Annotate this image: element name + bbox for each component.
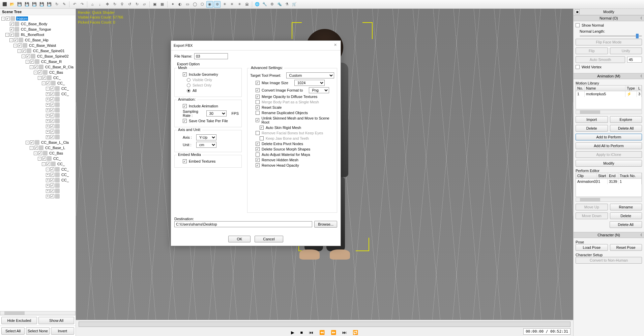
tree-expand-icon[interactable]: - — [42, 81, 46, 85]
explore-button[interactable]: Explore — [610, 116, 642, 123]
animation-section-header[interactable]: Animation (M)《 — [574, 73, 644, 79]
play-button[interactable]: ▶ — [291, 330, 294, 335]
tree-node[interactable]: -✓CC_Base_Waist — [0, 43, 76, 48]
tree-expand-icon[interactable]: - — [22, 55, 25, 58]
tree-checkbox[interactable]: ✓ — [18, 43, 22, 47]
tree-checkbox[interactable]: ✓ — [30, 60, 34, 64]
add-all-to-perform-button[interactable]: Add All to Perform — [576, 142, 642, 149]
rename-button[interactable]: Rename — [610, 204, 642, 210]
toolbar-button-27[interactable]: ▭ — [184, 1, 191, 8]
toolbar-button-23[interactable]: ▦ — [159, 1, 166, 8]
tree-checkbox[interactable]: ✓ — [50, 178, 54, 182]
normal-section-header[interactable]: Normal (O)《 — [574, 15, 644, 21]
toolbar-button-15[interactable]: ✥ — [104, 1, 111, 8]
tree-expand-icon[interactable]: + — [46, 135, 50, 139]
tree-node[interactable]: +✓ — [0, 188, 76, 194]
toolbar-button-14[interactable]: ↓ — [96, 1, 103, 8]
minimize-icon[interactable]: ▣ — [575, 9, 580, 14]
tree-node[interactable]: -✓CC_Base_Hip — [0, 37, 76, 43]
tree-node[interactable]: -✓CC_Bas — [0, 70, 76, 75]
perform-editor-table[interactable]: Clip Start End Track No. Animation03 1 3… — [576, 173, 642, 197]
tree-checkbox[interactable]: ✓ — [42, 157, 46, 161]
tree-node[interactable]: +✓ — [0, 107, 76, 113]
tree-checkbox[interactable]: ✓ — [50, 119, 54, 123]
tree-node[interactable]: +✓CC_ — [0, 172, 76, 177]
max-image-select[interactable]: 1024 — [294, 80, 325, 86]
tree-checkbox[interactable]: ✓ — [50, 189, 54, 193]
target-preset-select[interactable]: Custom — [286, 72, 334, 78]
skip-start-button[interactable]: ⏮ — [309, 330, 313, 335]
tree-checkbox[interactable]: ✓ — [50, 135, 54, 139]
toolbar-button-11[interactable]: ↷ — [79, 1, 85, 8]
tree-node[interactable]: +✓ — [0, 124, 76, 129]
tree-checkbox[interactable]: ✓ — [50, 108, 54, 112]
tree-checkbox[interactable]: ✓ — [46, 81, 50, 85]
import-button[interactable]: Import — [576, 116, 608, 123]
toolbar-button-13[interactable]: ⌂ — [89, 1, 96, 8]
tree-node[interactable]: +✓CC_ — [0, 177, 76, 183]
tree-expand-icon[interactable]: - — [30, 146, 33, 150]
tree-expand-icon[interactable]: - — [5, 33, 9, 37]
tree-expand-icon[interactable]: - — [38, 76, 41, 80]
delete-all-button[interactable]: Delete All — [610, 125, 642, 132]
tree-expand-icon[interactable]: - — [42, 162, 46, 166]
tree-expand-icon[interactable]: + — [46, 178, 50, 182]
toolbar-button-30[interactable]: ◉ — [206, 1, 213, 8]
embed-textures-checkbox[interactable] — [183, 159, 187, 163]
toolbar-button-42[interactable]: 🛒 — [291, 1, 298, 8]
tree-expand-icon[interactable]: - — [26, 141, 29, 144]
toolbar-button-8[interactable]: ✎ — [61, 1, 67, 8]
tree-node[interactable]: ✓CC_Base_Body — [0, 21, 76, 27]
tree-node[interactable]: +✓ — [0, 183, 76, 188]
smooth-angle-input[interactable] — [627, 57, 642, 63]
skip-end-button[interactable]: ⏭ — [342, 330, 347, 335]
toolbar-button-25[interactable]: ✦ — [169, 1, 176, 8]
tree-checkbox[interactable]: ✓ — [50, 194, 54, 198]
cancel-button[interactable]: Cancel — [255, 236, 283, 242]
delete-morph-checkbox[interactable] — [256, 147, 260, 151]
unlink-skinned-checkbox[interactable] — [256, 118, 259, 122]
tree-checkbox[interactable]: ✓ — [30, 140, 34, 144]
sampling-rate-select[interactable]: 30 — [206, 110, 227, 116]
delete-pivot-checkbox[interactable] — [256, 142, 260, 146]
tree-checkbox[interactable]: ✓ — [26, 54, 30, 58]
tree-checkbox[interactable]: ✓ — [42, 76, 46, 80]
tree-checkbox[interactable]: ✓ — [50, 87, 54, 91]
tree-checkbox[interactable]: ✓ — [50, 130, 54, 134]
tree-expand-icon[interactable]: - — [46, 87, 50, 91]
tree-node[interactable]: -✓CC_ — [0, 161, 76, 167]
auto-skin-checkbox[interactable] — [260, 126, 264, 130]
character-section-header[interactable]: Character (N)《 — [574, 232, 644, 238]
toolbar-button-31[interactable]: ⊚ — [214, 1, 221, 8]
browse-button[interactable]: Browse... — [314, 221, 337, 228]
remove-head-checkbox[interactable] — [256, 163, 260, 167]
tree-checkbox[interactable]: ✓ — [50, 97, 54, 101]
tree-expand-icon[interactable]: + — [46, 119, 50, 123]
tree-expand-icon[interactable]: - — [13, 44, 17, 47]
tree-checkbox[interactable]: ✓ — [38, 70, 42, 74]
tree-expand-icon[interactable]: - — [9, 38, 13, 42]
select-none-button[interactable]: Select None — [26, 327, 49, 335]
perform-scrollbar[interactable] — [576, 198, 642, 202]
remove-hidden-checkbox[interactable] — [256, 158, 260, 162]
toolbar-button-18[interactable]: ↺ — [126, 1, 133, 8]
destination-input[interactable] — [174, 221, 312, 227]
tree-expand-icon[interactable]: + — [46, 98, 50, 101]
tree-node[interactable]: -✓CC_Base_L_Cla — [0, 140, 76, 145]
show-normal-checkbox[interactable] — [576, 23, 580, 27]
tree-expand-icon[interactable]: + — [46, 114, 50, 117]
tree-checkbox[interactable]: ✓ — [50, 92, 54, 96]
toolbar-button-37[interactable]: 🌐 — [254, 1, 261, 8]
tree-expand-icon[interactable]: + — [46, 103, 50, 107]
toolbar-button-28[interactable]: ◯ — [192, 1, 198, 8]
max-image-checkbox[interactable] — [256, 81, 260, 85]
tree-node[interactable]: +✓ — [0, 194, 76, 199]
tree-expand-icon[interactable]: + — [46, 184, 50, 188]
tree-node[interactable]: -✓CC_Base_Spine02 — [0, 54, 76, 59]
select-only-radio[interactable] — [187, 83, 191, 87]
convert-format-select[interactable]: Png — [309, 87, 329, 93]
motion-scrollbar[interactable] — [576, 110, 642, 114]
tree-expand-icon[interactable]: + — [46, 92, 50, 96]
tree-checkbox[interactable]: ✓ — [6, 16, 10, 21]
tree-node[interactable]: -✓CC_ — [0, 86, 76, 91]
